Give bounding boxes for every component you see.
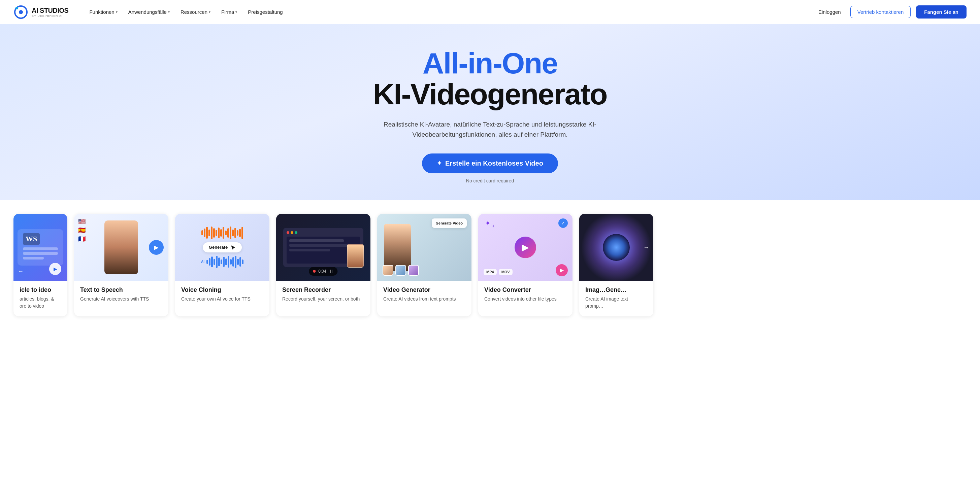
card-body: Imag…Gene… Create AI image text promp… xyxy=(579,281,653,316)
nav-item-preisgestaltung[interactable]: Preisgestaltung xyxy=(244,6,286,17)
card-desc: Convert videos into other file types xyxy=(484,295,566,303)
flag-row: 🇺🇸 🇪🇸 🇫🇷 xyxy=(78,218,86,243)
check-icon: ✓ xyxy=(558,219,568,228)
play-icon: ▶ xyxy=(49,263,61,275)
card-title: Imag…Gene… xyxy=(585,286,647,294)
card-image-article: WS ▶ ← xyxy=(13,214,67,281)
card-desc: Record yourself, your screen, or both xyxy=(282,295,364,303)
voice-wave-ai: AI xyxy=(201,255,243,268)
feature-card-image-generator[interactable]: → Imag…Gene… Create AI image text promp… xyxy=(579,214,653,316)
generate-button[interactable]: Generate xyxy=(203,242,242,252)
nav-item-funktionen[interactable]: Funktionen ▾ xyxy=(85,6,121,17)
cursor-icon xyxy=(230,245,236,250)
generate-label: Generate xyxy=(209,245,228,250)
card-image-tts: 🇺🇸 🇪🇸 🇫🇷 ▶ xyxy=(74,214,169,281)
arrow-left-icon[interactable]: ← xyxy=(18,268,24,275)
feature-card-video-converter[interactable]: ▶ ✦ ✦ ✓ ▶ MP4 MOV Video Converter Conver… xyxy=(478,214,573,316)
card-image-imagegen: → xyxy=(579,214,653,281)
card-title: icle to ideo xyxy=(19,286,61,294)
recording-bar: 0:04 ⏸ xyxy=(309,267,337,276)
sparkle-small-icon: ✦ xyxy=(492,224,495,229)
card-body: Text to Speech Generate AI voiceovers wi… xyxy=(74,281,169,309)
card-desc: Create AI image text promp… xyxy=(585,295,647,309)
svg-point-2 xyxy=(16,7,18,10)
converter-icon: ▶ xyxy=(515,236,536,258)
card-image-videogen: Generate Video xyxy=(377,214,471,281)
card-image-converter: ▶ ✦ ✦ ✓ ▶ MP4 MOV xyxy=(478,214,573,281)
card-body: Screen Recorder Record yourself, your sc… xyxy=(276,281,371,309)
logo-text: AI STUDIOS by DEEPBRAIN AI xyxy=(32,7,68,17)
chevron-down-icon: ▾ xyxy=(116,10,118,14)
tts-avatar xyxy=(104,221,138,274)
no-credit-text: No credit card required xyxy=(466,178,514,183)
nav-right: Einloggen Vertrieb kontaktieren Fangen S… xyxy=(814,5,967,19)
logo-icon xyxy=(13,5,28,19)
generate-video-panel: Generate Video xyxy=(432,219,467,228)
sparkle-icon: ✦ xyxy=(437,160,442,167)
hero-section: All-in-One KI-Videogenerato Realistische… xyxy=(0,24,980,200)
card-image-voice: Generate AI xyxy=(175,214,269,281)
card-title: Screen Recorder xyxy=(282,286,364,294)
play-circle-icon: ▶ xyxy=(149,240,164,255)
nav-item-ressourcen[interactable]: Ressourcen ▾ xyxy=(177,6,215,17)
login-button[interactable]: Einloggen xyxy=(814,6,845,17)
logo-title: AI STUDIOS xyxy=(32,7,68,14)
card-content: WS xyxy=(18,229,63,265)
logo-subtitle: by DEEPBRAIN AI xyxy=(32,14,68,17)
avatar-thumbnails xyxy=(383,265,419,276)
eye-visual xyxy=(579,214,653,281)
window-dots xyxy=(286,231,360,234)
vg-person xyxy=(384,224,411,271)
navbar: AI STUDIOS by DEEPBRAIN AI Funktionen ▾ … xyxy=(0,0,980,24)
hero-title-black: KI-Videogenerato xyxy=(373,79,607,110)
get-started-button[interactable]: Fangen Sie an xyxy=(916,5,967,19)
chevron-down-icon: ▾ xyxy=(209,10,210,14)
card-title: Video Converter xyxy=(484,286,566,294)
cta-button[interactable]: ✦ Erstelle ein Kostenloses Video xyxy=(422,154,558,173)
feature-card-screen-recorder[interactable]: 0:04 ⏸ Screen Recorder Record yourself, … xyxy=(276,214,371,316)
nav-item-anwendungsfaelle[interactable]: Anwendungsfälle ▾ xyxy=(124,6,174,17)
play-pink-icon: ▶ xyxy=(556,264,568,276)
sparkle-icon: ✦ xyxy=(485,219,491,227)
cta-label: Erstelle ein Kostenloses Video xyxy=(445,160,543,167)
chevron-down-icon: ▾ xyxy=(168,10,170,14)
card-body: Video Generator Create AI videos from te… xyxy=(377,281,471,309)
chevron-down-icon: ▾ xyxy=(235,10,237,14)
card-title: Voice Cloning xyxy=(181,286,263,294)
card-desc: Generate AI voiceovers with TTS xyxy=(80,295,162,303)
feature-card-article-to-video[interactable]: WS ▶ ← icle to ideo articles, blogs, & o… xyxy=(13,214,67,316)
card-image-screen: 0:04 ⏸ xyxy=(276,214,371,281)
rec-indicator xyxy=(313,270,315,273)
features-strip: WS ▶ ← icle to ideo articles, blogs, & o… xyxy=(0,200,980,333)
hero-subtitle: Realistische KI-Avatare, natürliche Text… xyxy=(369,119,611,140)
logo[interactable]: AI STUDIOS by DEEPBRAIN AI xyxy=(13,5,68,19)
card-body: Video Converter Convert videos into othe… xyxy=(478,281,573,309)
card-title: Text to Speech xyxy=(80,286,162,294)
card-title: Video Generator xyxy=(383,286,465,294)
format-tags: MP4 MOV xyxy=(484,269,512,275)
nav-links: Funktionen ▾ Anwendungsfälle ▾ Ressource… xyxy=(85,6,814,17)
feature-card-video-generator[interactable]: Generate Video Video Generator Create AI… xyxy=(377,214,471,316)
card-desc: Create AI videos from text prompts xyxy=(383,295,465,303)
features-scroll[interactable]: WS ▶ ← icle to ideo articles, blogs, & o… xyxy=(0,200,980,320)
arrow-right-icon[interactable]: → xyxy=(643,244,649,251)
card-body: icle to ideo articles, blogs, & ore to v… xyxy=(13,281,67,316)
contact-sales-button[interactable]: Vertrieb kontaktieren xyxy=(850,6,911,18)
svg-point-1 xyxy=(19,10,23,14)
card-body: Voice Cloning Create your own AI voice f… xyxy=(175,281,269,309)
person-overlay xyxy=(347,244,364,268)
hero-title-blue: All-in-One xyxy=(423,48,557,79)
feature-card-voice-cloning[interactable]: Generate AI xyxy=(175,214,269,316)
nav-item-firma[interactable]: Firma ▾ xyxy=(217,6,241,17)
text-lines xyxy=(23,248,58,260)
card-desc: articles, blogs, & ore to video xyxy=(19,295,61,309)
ws-logo: WS xyxy=(23,233,40,245)
voice-wave-orange xyxy=(201,226,243,240)
card-desc: Create your own AI voice for TTS xyxy=(181,295,263,303)
feature-card-text-to-speech[interactable]: 🇺🇸 🇪🇸 🇫🇷 ▶ Text to Speech Generate AI vo… xyxy=(74,214,169,316)
